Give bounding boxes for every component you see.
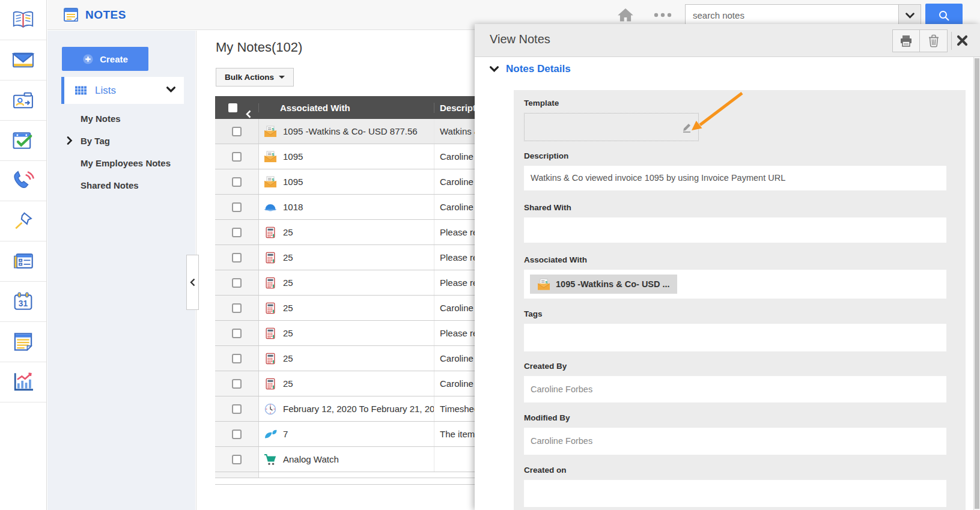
row-checkbox[interactable] [232,430,242,439]
chevron-down-icon[interactable] [166,87,175,93]
row-checkbox[interactable] [232,455,242,464]
select-all-checkbox[interactable] [228,103,237,112]
associated-chip[interactable]: $ 1095 -Watkins & Co- USD ... [530,275,677,294]
app-rail-item[interactable] [0,322,46,362]
delete-button[interactable] [920,29,948,52]
row-checkbox[interactable] [232,379,242,389]
associated-cell[interactable]: Analog Watch [259,447,434,472]
search-input[interactable] [685,4,899,26]
sidebar-item-lists[interactable]: Lists [61,77,184,104]
app-rail-item[interactable] [0,80,46,121]
row-checkbox[interactable] [232,354,242,363]
home-icon[interactable] [617,7,634,23]
grid-icon [75,86,87,95]
shared-with-field[interactable] [524,217,946,243]
app-icon-rail: 31 [0,0,47,510]
tags-field[interactable] [524,324,946,351]
sidebar-item-my-employees-notes[interactable]: My Employees Notes [47,152,195,174]
associated-cell[interactable]: 1018 [259,195,434,219]
app-rail-item[interactable]: 31 [0,282,46,322]
app-rail-item[interactable] [0,121,46,161]
print-icon [899,35,913,47]
chevron-down-icon [490,66,499,72]
calculator-icon [264,302,277,314]
associated-cell[interactable]: 25 [259,245,434,270]
bulk-actions-button[interactable]: Bulk Actions [216,68,294,87]
row-checkbox[interactable] [232,228,242,237]
lists-label: Lists [95,85,116,97]
calls-icon [12,171,34,191]
associated-cell[interactable]: 7 [259,422,434,446]
sidebar-item-shared-notes[interactable]: Shared Notes [47,174,195,196]
associated-cell[interactable]: $ 1095 [259,144,434,169]
created-by-label: Created By [524,362,946,371]
app-title: NOTES [85,8,126,22]
associated-cell[interactable]: 25 [259,371,434,396]
calculator-icon [264,226,277,238]
book-icon [12,10,34,30]
column-header-associated-with[interactable]: Associated With [259,103,434,113]
created-on-field[interactable] [524,480,946,507]
app-rail-item[interactable] [0,40,46,80]
ellipsis-icon[interactable] [653,13,672,17]
chevron-right-icon[interactable] [67,136,73,145]
panel-scrollbar[interactable] [973,57,980,510]
associated-cell[interactable]: 25 [259,270,434,295]
associated-cell[interactable]: 25 [259,346,434,371]
app-rail-item[interactable] [0,0,46,40]
notes-details-section-toggle[interactable]: Notes Details [490,63,571,75]
search-dropdown-button[interactable] [899,4,921,26]
clock-icon [264,403,277,415]
leaf-icon [264,428,277,440]
row-checkbox[interactable] [232,127,242,136]
app-rail-item[interactable] [0,241,46,282]
app-rail-item[interactable] [0,362,46,402]
close-button[interactable] [957,35,968,46]
created-by-field[interactable]: Caroline Forbes [524,376,946,402]
chevron-left-icon[interactable] [246,110,251,119]
chevron-right-icon[interactable] [67,181,73,189]
scrollbar-thumb[interactable] [975,58,979,509]
invoice-icon: $ [264,151,277,163]
calculator-icon [264,327,277,339]
associated-cell[interactable]: 25 [259,321,434,345]
calculator-icon [264,252,277,264]
row-checkbox[interactable] [232,404,242,414]
created-on-label: Created on [524,466,946,475]
row-checkbox[interactable] [232,329,242,338]
row-checkbox[interactable] [232,202,242,212]
panel-header: View Notes [475,24,980,57]
collapse-panel-tab[interactable] [186,255,199,310]
modified-by-field[interactable]: Caroline Forbes [524,428,946,455]
create-button[interactable]: Create [62,47,148,71]
notes-details-fieldset: Template Description Watkins & Co viewed… [514,90,966,510]
row-checkbox[interactable] [232,303,242,313]
calculator-icon [264,378,277,390]
associated-cell[interactable]: $ 1095 -Watkins & Co- USD 877.56 [259,119,434,144]
associated-cell[interactable]: 25 [259,296,434,320]
chevron-left-icon [190,278,195,287]
sidebar-item-my-notes[interactable]: My Notes [47,108,195,130]
chevron-down-icon [905,13,915,19]
associated-cell[interactable]: $ 1095 [259,169,434,194]
row-checkbox[interactable] [232,278,242,288]
search-icon [938,10,950,22]
template-field[interactable] [524,113,699,141]
shared-with-label: Shared With [524,203,946,213]
app-rail-item[interactable] [0,201,46,241]
associated-with-field: $ 1095 -Watkins & Co- USD ... [524,270,946,299]
nav-links: My Notes By Tag My Employees Notes Share… [47,108,195,196]
chevron-right-icon[interactable] [67,114,73,123]
associated-cell[interactable]: 25 [259,220,434,244]
pencil-icon[interactable] [681,122,692,133]
chevron-right-icon[interactable] [67,159,73,167]
row-checkbox[interactable] [232,152,242,162]
app-rail-item[interactable] [0,161,46,201]
associated-cell[interactable]: February 12, 2020 To February 21, 2020 [259,396,434,421]
print-button[interactable] [892,29,920,52]
pin-icon [12,211,34,231]
sidebar-item-by-tag[interactable]: By Tag [47,130,195,152]
row-checkbox[interactable] [232,253,242,263]
description-field[interactable]: Watkins & Co viewed invoice 1095 by usin… [524,166,946,190]
row-checkbox[interactable] [232,177,242,187]
